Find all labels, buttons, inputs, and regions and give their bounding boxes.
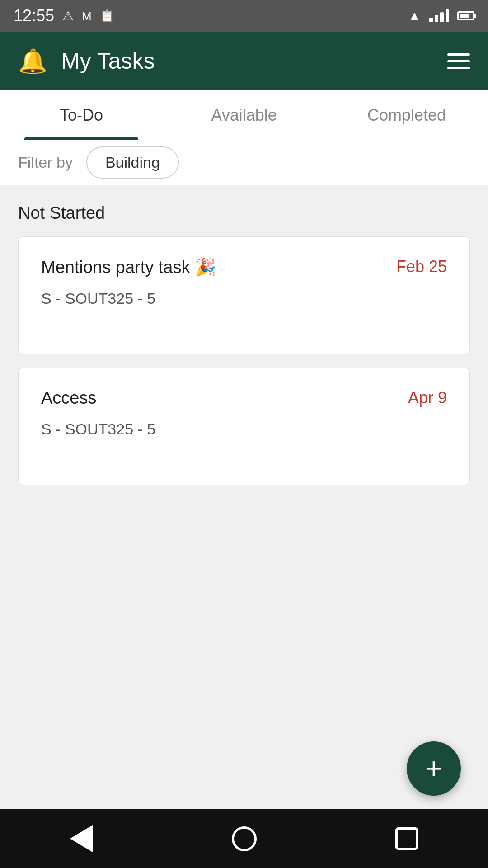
signal-icon — [429, 9, 449, 22]
bell-icon[interactable]: 🔔 — [18, 47, 47, 75]
tab-available[interactable]: Available — [163, 90, 325, 140]
menu-button[interactable] — [447, 53, 470, 69]
task-1-location: S - SOUT325 - 5 — [41, 290, 447, 307]
recents-button[interactable] — [389, 821, 425, 857]
task-card-2[interactable]: Access Apr 9 S - SOUT325 - 5 — [18, 368, 470, 485]
bottom-nav — [0, 809, 488, 868]
task-2-date: Apr 9 — [408, 388, 447, 407]
battery-icon — [457, 11, 474, 20]
home-button[interactable] — [226, 821, 262, 857]
status-left: 12:55 ⚠ M 📋 — [14, 6, 114, 25]
status-time: 12:55 — [14, 6, 54, 25]
status-bar: 12:55 ⚠ M 📋 ▲ — [0, 0, 488, 32]
add-task-fab[interactable]: + — [407, 741, 461, 796]
section-not-started: Not Started — [18, 203, 470, 223]
back-button[interactable] — [63, 821, 99, 857]
task-1-name: Mentions party task 🎉 — [41, 257, 216, 277]
task-card-2-header: Access Apr 9 — [41, 388, 447, 408]
header-left: 🔔 My Tasks — [18, 47, 155, 75]
add-icon: + — [425, 754, 442, 783]
tab-completed[interactable]: Completed — [325, 90, 488, 140]
page-title: My Tasks — [61, 48, 155, 74]
task-1-date: Feb 25 — [396, 257, 447, 276]
tab-todo[interactable]: To-Do — [0, 90, 163, 140]
task-card-1[interactable]: Mentions party task 🎉 Feb 25 S - SOUT325… — [18, 236, 470, 354]
task-2-name: Access — [41, 388, 96, 408]
clipboard-icon: 📋 — [100, 9, 114, 23]
gmail-icon: M — [82, 9, 92, 23]
content-area: Not Started Mentions party task 🎉 Feb 25… — [0, 185, 488, 517]
wifi-icon: ▲ — [408, 8, 421, 24]
task-2-location: S - SOUT325 - 5 — [41, 420, 447, 438]
app-header: 🔔 My Tasks — [0, 32, 488, 90]
status-right: ▲ — [408, 8, 474, 24]
task-card-1-header: Mentions party task 🎉 Feb 25 — [41, 257, 447, 277]
filter-label: Filter by — [18, 154, 73, 171]
building-filter-chip[interactable]: Building — [86, 146, 179, 179]
warning-icon: ⚠ — [62, 9, 74, 24]
filter-bar: Filter by Building — [0, 140, 488, 185]
tab-bar: To-Do Available Completed — [0, 90, 488, 140]
